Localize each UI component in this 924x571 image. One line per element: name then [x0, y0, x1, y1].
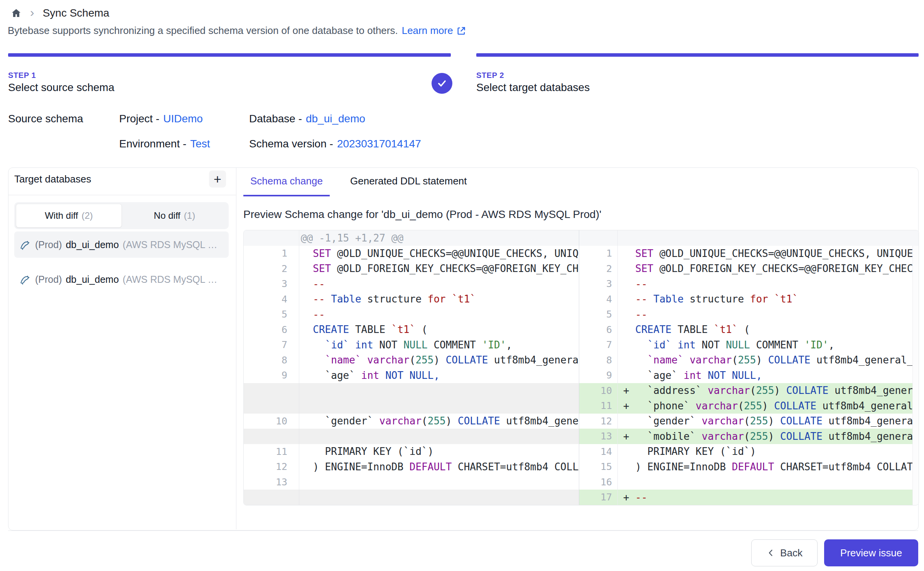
diff-pane-modified: 1 SET @OLD_UNIQUE_CHECKS=@@UNIQUE_CHECKS… [579, 230, 919, 505]
diff-vertical-scrollbar[interactable] [912, 246, 919, 505]
diff-row: 3 -- [579, 276, 919, 292]
diff-row: 7 `id` int NOT NULL COMMENT 'ID', [579, 337, 919, 353]
page-description: Bytebase supports synchronizing a specif… [8, 25, 466, 37]
code-line: -- Table structure for `t1` [299, 292, 579, 307]
db-name: db_ui_demo [66, 274, 119, 285]
diff-row: 3 -- [244, 276, 579, 292]
tab-with-diff[interactable]: With diff (2) [16, 204, 122, 228]
code-line: SET @OLD_FOREIGN_KEY_CHECKS=@@FOREIGN_KE… [299, 261, 579, 277]
schema-diff-editor[interactable]: @@ -1,15 +1,27 @@1 SET @OLD_UNIQUE_CHECK… [243, 230, 919, 505]
code-line [618, 230, 919, 246]
diff-row: 2 SET @OLD_FOREIGN_KEY_CHECKS=@@FOREIGN_… [244, 261, 579, 277]
diff-placeholder-row [244, 398, 579, 414]
line-number: 7 [244, 337, 299, 353]
target-database-item[interactable]: (Prod) db_ui_demo (AWS RDS MySQL Prod) [14, 231, 229, 258]
diff-row: 8 `name` varchar(255) COLLATE utf8mb4_ge… [579, 353, 919, 368]
breadcrumb-separator: › [30, 6, 34, 19]
schema-version-link[interactable]: 20230317014147 [337, 138, 421, 150]
line-number: 6 [579, 322, 618, 338]
code-line: `age` int NOT NULL, [299, 368, 579, 383]
source-environment-field: Environment -Test [119, 138, 210, 150]
step1-completed-check [432, 73, 452, 94]
diff-row: 9 `age` int NOT NULL, [579, 368, 919, 383]
code-line: `id` int NOT NULL COMMENT 'ID', [299, 337, 579, 353]
diff-row: 13 [244, 475, 579, 490]
add-target-database-button[interactable]: + [209, 171, 226, 188]
line-number: 13 [579, 429, 618, 444]
line-number: 9 [244, 368, 299, 383]
project-link[interactable]: UIDemo [163, 113, 203, 125]
step1-title: Select source schema [8, 81, 114, 94]
check-icon [437, 78, 447, 89]
learn-more-link[interactable]: Learn more [402, 25, 466, 37]
database-link[interactable]: db_ui_demo [306, 113, 365, 125]
line-number: 4 [244, 292, 299, 307]
mysql-icon [19, 238, 31, 251]
tab-generated-ddl[interactable]: Generated DDL statement [343, 167, 474, 195]
back-button[interactable]: Back [751, 539, 818, 566]
environment-link[interactable]: Test [190, 138, 210, 150]
preview-issue-button[interactable]: Preview issue [824, 539, 918, 566]
step2-progress-bar [476, 53, 919, 57]
line-number: 4 [579, 292, 618, 307]
code-line: SET @OLD_FOREIGN_KEY_CHECKS=@@FOREIGN_KE… [618, 261, 919, 277]
diff-row: 9 `age` int NOT NULL, [244, 368, 579, 383]
diff-row: 11+ `phone` varchar(255) COLLATE utf8mb4… [579, 398, 919, 414]
code-line: ) ENGINE=InnoDB DEFAULT CHARSET=utf8mb4 … [618, 459, 919, 475]
line-number: 7 [579, 337, 618, 353]
code-line [299, 429, 579, 444]
code-line: `gender` varchar(255) COLLATE utf8mb4_ge… [299, 414, 579, 429]
source-database-field: Database -db_ui_demo [249, 113, 365, 125]
step2-label: STEP 2 [476, 71, 504, 80]
code-line: SET @OLD_UNIQUE_CHECKS=@@UNIQUE_CHECKS, … [299, 246, 579, 261]
code-line: -- [618, 276, 919, 292]
chevron-left-icon [766, 548, 776, 557]
tab-schema-change[interactable]: Schema change [243, 167, 330, 196]
line-number: 14 [579, 444, 618, 460]
code-line [299, 490, 579, 505]
db-instance: (AWS RDS MySQL Prod) [123, 274, 219, 285]
diff-row: 1 SET @OLD_UNIQUE_CHECKS=@@UNIQUE_CHECKS… [244, 246, 579, 261]
external-link-icon[interactable] [456, 26, 466, 36]
code-line: PRIMARY KEY (`id`) [618, 444, 919, 460]
db-environment: (Prod) [35, 274, 62, 285]
diff-placeholder-row [244, 490, 579, 505]
code-line: + -- [618, 490, 919, 505]
line-number: 8 [244, 353, 299, 368]
plus-icon: + [214, 172, 221, 186]
code-line: `gender` varchar(255) COLLATE utf8mb4_ge… [618, 414, 919, 429]
diff-row: 10+ `address` varchar(255) COLLATE utf8m… [579, 383, 919, 399]
home-icon[interactable] [11, 8, 22, 19]
line-number: 5 [579, 307, 618, 322]
target-database-item[interactable]: (Prod) db_ui_demo (AWS RDS MySQL Prod) [14, 266, 229, 292]
code-line [299, 475, 579, 490]
line-number: 5 [244, 307, 299, 322]
source-schema-label: Source schema [8, 113, 83, 125]
diff-row: 12 `gender` varchar(255) COLLATE utf8mb4… [579, 414, 919, 429]
code-line [299, 398, 579, 414]
tab-no-diff[interactable]: No diff (1) [122, 204, 227, 228]
code-line: `name` varchar(255) COLLATE utf8mb4_gene… [618, 353, 919, 368]
code-line: + `mobile` varchar(255) COLLATE utf8mb4_… [618, 429, 919, 444]
diff-row: 6 CREATE TABLE `t1` ( [579, 322, 919, 338]
code-line: CREATE TABLE `t1` ( [618, 322, 919, 338]
code-line [299, 383, 579, 399]
line-number [244, 383, 299, 399]
diff-row: 12 ) ENGINE=InnoDB DEFAULT CHARSET=utf8m… [244, 459, 579, 475]
code-line: `name` varchar(255) COLLATE utf8mb4_gene… [299, 353, 579, 368]
line-number [244, 230, 299, 246]
line-number: 2 [579, 261, 618, 277]
code-line: + `address` varchar(255) COLLATE utf8mb4… [618, 383, 919, 399]
line-number: 9 [579, 368, 618, 383]
line-number: 17 [579, 490, 618, 505]
code-line: -- Table structure for `t1` [618, 292, 919, 307]
source-schema-version-field: Schema version -20230317014147 [249, 138, 421, 150]
left-panel-divider [8, 195, 236, 195]
line-number [244, 429, 299, 444]
line-number: 10 [244, 414, 299, 429]
diff-row: 2 SET @OLD_FOREIGN_KEY_CHECKS=@@FOREIGN_… [579, 261, 919, 277]
diff-row: 11 PRIMARY KEY (`id`) [244, 444, 579, 460]
line-number: 15 [579, 459, 618, 475]
line-number [579, 230, 618, 246]
code-line: + `phone` varchar(255) COLLATE utf8mb4_g… [618, 398, 919, 414]
